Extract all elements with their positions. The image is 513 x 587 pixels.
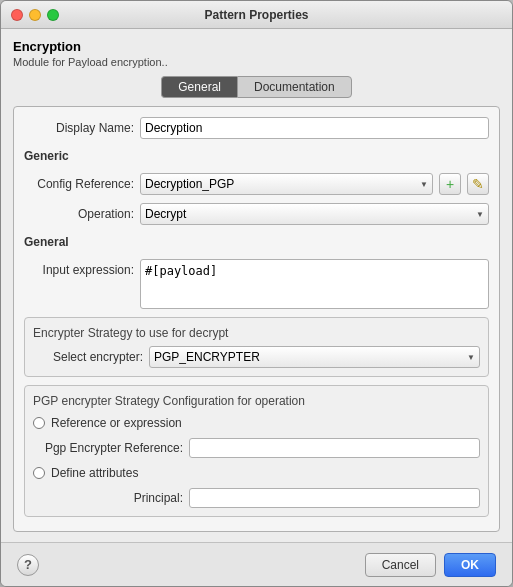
section-header: Encryption	[13, 39, 500, 54]
radio2-label: Define attributes	[51, 466, 138, 480]
input-expression-textarea[interactable]: #[payload]	[140, 259, 489, 309]
tab-general[interactable]: General	[161, 76, 237, 98]
principal-input[interactable]	[189, 488, 480, 508]
cancel-button[interactable]: Cancel	[365, 553, 436, 577]
display-name-row: Display Name:	[24, 117, 489, 139]
display-name-input[interactable]	[140, 117, 489, 139]
principal-label: Principal:	[33, 491, 183, 505]
operation-row: Operation: Decrypt ▼	[24, 203, 489, 225]
traffic-lights	[11, 9, 59, 21]
minimize-button[interactable]	[29, 9, 41, 21]
main-content: Encryption Module for Payload encryption…	[1, 29, 512, 542]
window-title: Pattern Properties	[204, 8, 308, 22]
maximize-button[interactable]	[47, 9, 59, 21]
operation-select-wrapper: Decrypt ▼	[140, 203, 489, 225]
radio1-row: Reference or expression	[33, 416, 480, 430]
select-encrypter-select[interactable]: PGP_ENCRYPTER	[149, 346, 480, 368]
pgp-ref-input[interactable]	[189, 438, 480, 458]
pgp-config-title: PGP encrypter Strategy Configuration for…	[33, 394, 480, 408]
operation-label: Operation:	[24, 207, 134, 221]
close-button[interactable]	[11, 9, 23, 21]
tab-documentation[interactable]: Documentation	[237, 76, 352, 98]
input-expression-label: Input expression:	[24, 259, 134, 277]
principal-row: Principal:	[33, 488, 480, 508]
select-encrypter-wrapper: PGP_ENCRYPTER ▼	[149, 346, 480, 368]
config-ref-select-wrapper: Decryption_PGP ▼	[140, 173, 433, 195]
pgp-ref-label: Pgp Encrypter Reference:	[33, 441, 183, 455]
pgp-config-box: PGP encrypter Strategy Configuration for…	[24, 385, 489, 517]
titlebar: Pattern Properties	[1, 1, 512, 29]
edit-config-button[interactable]: ✎	[467, 173, 489, 195]
general-label: General	[24, 235, 489, 249]
config-ref-row: Config Reference: Decryption_PGP ▼ + ✎	[24, 173, 489, 195]
section-subtitle: Module for Payload encryption..	[13, 56, 500, 68]
radio1-label: Reference or expression	[51, 416, 182, 430]
encrypter-strategy-box: Encrypter Strategy to use for decrypt Se…	[24, 317, 489, 377]
pgp-ref-row: Pgp Encrypter Reference:	[33, 438, 480, 458]
help-button[interactable]: ?	[17, 554, 39, 576]
ok-button[interactable]: OK	[444, 553, 496, 577]
radio-reference-input[interactable]	[33, 417, 45, 429]
tabs-row: General Documentation	[13, 76, 500, 98]
panel: Display Name: Generic Config Reference: …	[13, 106, 500, 532]
encrypter-strategy-title: Encrypter Strategy to use for decrypt	[33, 326, 480, 340]
bottom-bar: ? Cancel OK	[1, 542, 512, 586]
config-ref-label: Config Reference:	[24, 177, 134, 191]
config-ref-select[interactable]: Decryption_PGP	[140, 173, 433, 195]
radio-define-input[interactable]	[33, 467, 45, 479]
input-expression-row: Input expression: #[payload]	[24, 259, 489, 309]
window: Pattern Properties Encryption Module for…	[0, 0, 513, 587]
add-config-button[interactable]: +	[439, 173, 461, 195]
radio2-row: Define attributes	[33, 466, 480, 480]
select-encrypter-label: Select encrypter:	[33, 350, 143, 364]
display-name-label: Display Name:	[24, 121, 134, 135]
generic-label: Generic	[24, 149, 489, 163]
operation-select[interactable]: Decrypt	[140, 203, 489, 225]
select-encrypter-row: Select encrypter: PGP_ENCRYPTER ▼	[33, 346, 480, 368]
